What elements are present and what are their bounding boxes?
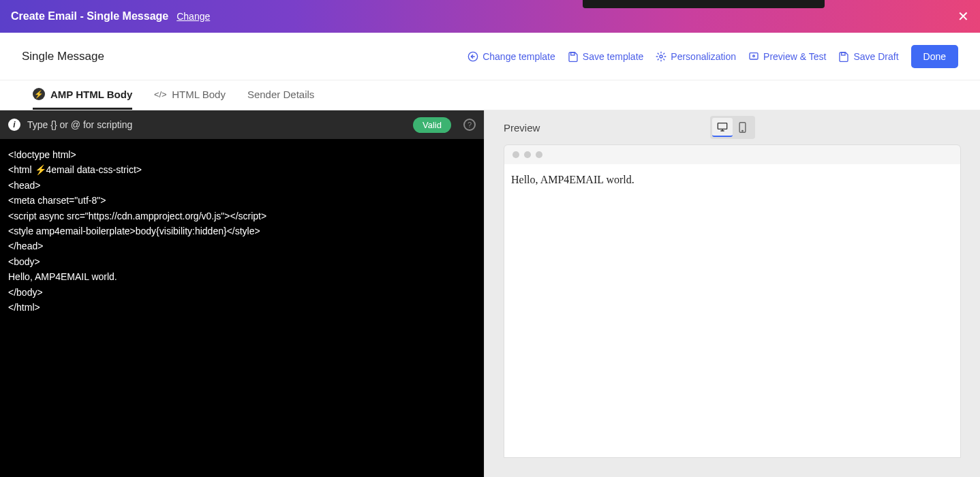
tab-amp-label: AMP HTML Body [50, 89, 132, 100]
preview-icon [748, 51, 759, 62]
device-toggle [710, 116, 755, 139]
svg-rect-3 [750, 52, 758, 59]
preview-panel: Preview Hello, AMP4EMAIL world. [484, 110, 980, 477]
mobile-view-button[interactable] [733, 118, 753, 137]
save-draft-label: Save Draft [853, 51, 898, 62]
code-editor[interactable]: <!doctype html> <html ⚡4email data-css-s… [0, 139, 484, 477]
toolbar-actions: Change template Save template Personaliz… [468, 45, 958, 68]
done-button[interactable]: Done [911, 45, 958, 68]
workspace: i Type {} or @ for scripting Valid ? <!d… [0, 110, 980, 477]
page-title: Single Message [22, 50, 468, 63]
gear-icon [656, 51, 667, 62]
preview-test-label: Preview & Test [763, 51, 826, 62]
editor-panel: i Type {} or @ for scripting Valid ? <!d… [0, 110, 484, 477]
tab-html-label: HTML Body [172, 89, 226, 100]
tab-html-body[interactable]: </> HTML Body [154, 80, 226, 110]
window-dot [512, 151, 519, 158]
valid-badge: Valid [413, 117, 451, 133]
preview-frame: Hello, AMP4EMAIL world. [504, 144, 961, 458]
svg-rect-6 [718, 123, 726, 129]
refresh-icon [468, 51, 478, 62]
preview-test-button[interactable]: Preview & Test [748, 51, 826, 62]
svg-rect-5 [842, 52, 845, 55]
personalization-button[interactable]: Personalization [656, 51, 736, 62]
svg-point-4 [753, 55, 755, 57]
amp-icon: ⚡ [33, 88, 45, 100]
change-template-label: Change template [483, 51, 555, 62]
info-icon: i [8, 119, 20, 131]
help-icon[interactable]: ? [463, 119, 476, 131]
tabs: ⚡ AMP HTML Body </> HTML Body Sender Det… [0, 80, 980, 110]
toolbar: Single Message Change template Save temp… [0, 33, 980, 80]
svg-point-2 [660, 55, 662, 58]
frame-chrome [504, 145, 960, 164]
window-dot [536, 151, 542, 158]
preview-content: Hello, AMP4EMAIL world. [504, 164, 960, 457]
save-template-label: Save template [583, 51, 644, 62]
save-draft-button[interactable]: Save Draft [838, 51, 898, 62]
save-icon [838, 51, 849, 62]
editor-hint-bar: i Type {} or @ for scripting Valid ? [0, 110, 484, 139]
hint-text: Type {} or @ for scripting [27, 119, 406, 130]
tab-sender-label: Sender Details [247, 89, 314, 100]
window-dot [524, 151, 531, 158]
code-icon: </> [154, 88, 166, 100]
save-template-button[interactable]: Save template [568, 51, 644, 62]
desktop-view-button[interactable] [712, 118, 733, 137]
notification-placeholder [583, 0, 825, 8]
personalization-label: Personalization [671, 51, 736, 62]
save-icon [568, 51, 579, 62]
preview-header: Preview [485, 110, 980, 144]
svg-rect-1 [570, 52, 574, 55]
change-template-button[interactable]: Change template [468, 51, 555, 62]
app-header: Create Email - Single Message Change ✕ [0, 0, 980, 33]
change-link[interactable]: Change [177, 11, 210, 22]
tab-sender-details[interactable]: Sender Details [247, 80, 314, 110]
mobile-icon [739, 122, 746, 133]
svg-point-8 [742, 130, 743, 131]
close-icon[interactable]: ✕ [958, 10, 969, 23]
desktop-icon [717, 122, 728, 132]
preview-title: Preview [504, 122, 540, 134]
header-title: Create Email - Single Message [11, 10, 168, 22]
tab-amp-html-body[interactable]: ⚡ AMP HTML Body [33, 80, 132, 110]
